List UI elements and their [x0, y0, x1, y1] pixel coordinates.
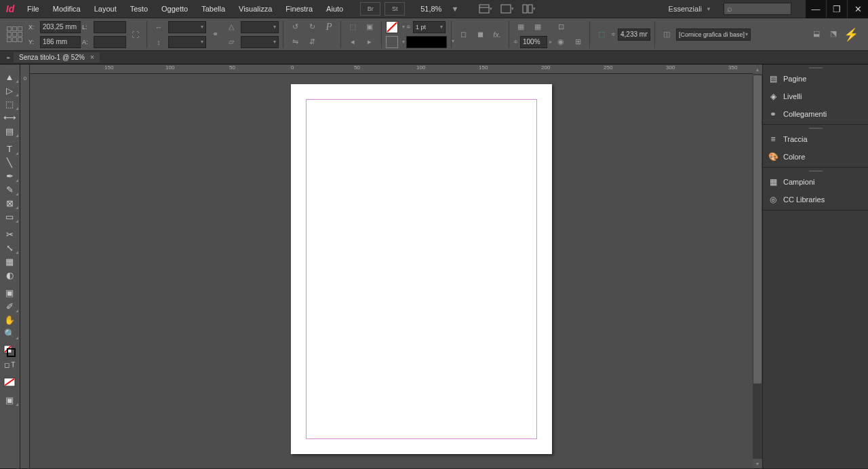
menu-tabella[interactable]: Tabella: [195, 0, 232, 18]
view-options-icon[interactable]: ▾: [477, 2, 494, 16]
container-fill-icon[interactable]: [386, 36, 398, 48]
direct-selection-tool[interactable]: ▷: [0, 83, 19, 97]
link-scale-icon[interactable]: ⚭: [208, 28, 222, 41]
center-content-icon[interactable]: ⊞: [570, 35, 585, 49]
gpu-icon[interactable]: ⚡: [844, 27, 859, 42]
document-tab-close-icon[interactable]: ×: [90, 54, 94, 61]
select-container-icon[interactable]: ⬚: [345, 20, 360, 34]
corner-options-icon[interactable]: ◻: [456, 28, 471, 41]
formatting-affects-icon[interactable]: ◻ T: [0, 358, 19, 371]
arrange-icon[interactable]: ▾: [521, 2, 537, 16]
rotate-select[interactable]: [241, 21, 279, 33]
shear-select[interactable]: [241, 36, 279, 48]
menu-testo[interactable]: Testo: [123, 0, 155, 18]
text-wrap-none-icon[interactable]: ▦: [513, 20, 528, 34]
zoom-display[interactable]: 51,8%: [415, 5, 447, 13]
panel-campioni[interactable]: ▦Campioni: [763, 173, 868, 191]
rotate-ccw-icon[interactable]: ↺: [288, 20, 302, 34]
align-icon[interactable]: ⬓: [809, 27, 824, 41]
panel-colore[interactable]: 🎨Colore: [763, 148, 868, 166]
opacity-input[interactable]: [520, 36, 547, 48]
select-prev-icon[interactable]: ◂: [345, 35, 360, 49]
menu-finestra[interactable]: Finestra: [279, 0, 319, 18]
flip-h-icon[interactable]: ⇋: [288, 35, 302, 49]
rectangle-tool[interactable]: ▭: [0, 210, 19, 223]
document-tab[interactable]: Senza titolo-1 @ 52% ×: [14, 52, 100, 62]
hand-tool[interactable]: ✋: [0, 313, 19, 326]
x-input[interactable]: [40, 21, 81, 33]
search-input[interactable]: [724, 3, 791, 15]
panel-livelli[interactable]: ◈Livelli: [763, 88, 868, 105]
constrain-icon[interactable]: ⛶: [127, 28, 142, 41]
liquid-layout-icon[interactable]: ⬚: [594, 28, 609, 41]
stroke-style-select[interactable]: [406, 36, 447, 48]
flip-v-icon[interactable]: ⇵: [304, 35, 319, 49]
panel-cc-libraries[interactable]: ◎CC Libraries: [763, 191, 868, 208]
horizontal-ruler[interactable]: 150 100 50 0 50 100 150 200 250 300 350: [30, 64, 753, 74]
gradient-feather-tool[interactable]: ◐: [0, 268, 19, 282]
view-mode-icon[interactable]: ▣: [0, 393, 19, 407]
workspace-selector[interactable]: Essenziali▼: [663, 5, 717, 13]
panel-traccia[interactable]: ≡Traccia: [763, 130, 868, 148]
effects-fx-icon[interactable]: fx.: [490, 28, 505, 41]
drop-shadow-icon[interactable]: ◼: [473, 28, 488, 41]
pen-tool[interactable]: ✒: [0, 169, 19, 183]
menu-aiuto[interactable]: Aiuto: [319, 0, 350, 18]
vertical-scrollbar[interactable]: ▴ ▾: [753, 64, 762, 468]
menu-file[interactable]: File: [20, 0, 46, 18]
page-tool[interactable]: ⬚: [0, 97, 19, 111]
fit-content-icon[interactable]: ◉: [553, 35, 568, 49]
panel-collegamenti[interactable]: ⚭Collegamenti: [763, 105, 868, 123]
minimize-button[interactable]: —: [806, 0, 826, 18]
scroll-down-icon[interactable]: ▾: [753, 459, 762, 468]
screen-mode-icon[interactable]: ▾: [499, 2, 515, 16]
gap-tool[interactable]: ⟷: [0, 111, 19, 124]
y-input[interactable]: [40, 36, 81, 48]
stroke-weight-select[interactable]: 1 pt: [413, 21, 446, 33]
note-tool[interactable]: ▣: [0, 286, 19, 299]
maximize-button[interactable]: ❐: [827, 0, 847, 18]
menu-modifica[interactable]: Modifica: [46, 0, 87, 18]
vertical-ruler[interactable]: 0: [20, 64, 30, 468]
line-tool[interactable]: ╲: [0, 155, 19, 169]
panel-pagine[interactable]: ▤Pagine: [763, 70, 868, 88]
scroll-up-icon[interactable]: ▴: [753, 64, 762, 74]
menu-visualizza[interactable]: Visualizza: [232, 0, 279, 18]
zoom-dropdown-icon[interactable]: ▼: [447, 5, 462, 13]
fill-swatch[interactable]: [386, 21, 398, 33]
type-tool[interactable]: T: [0, 142, 19, 155]
zoom-tool[interactable]: 🔍: [0, 326, 19, 340]
menu-layout[interactable]: Layout: [87, 0, 123, 18]
object-style-select[interactable]: [Cornice grafica di base]: [676, 29, 751, 41]
content-collector-tool[interactable]: ▤: [0, 124, 19, 138]
close-button[interactable]: ✕: [848, 0, 868, 18]
clear-transform-icon[interactable]: P: [321, 20, 336, 34]
scissors-tool[interactable]: ✂: [0, 227, 19, 241]
distribute-icon[interactable]: ⬔: [826, 27, 841, 41]
bridge-button[interactable]: Br: [360, 2, 380, 16]
free-transform-tool[interactable]: ⤡: [0, 241, 19, 255]
scale-y-select[interactable]: [168, 36, 206, 48]
select-next-icon[interactable]: ▸: [362, 35, 377, 49]
fit-frame-icon[interactable]: ⊡: [553, 20, 568, 34]
height-input[interactable]: [94, 36, 126, 48]
apply-color-icon[interactable]: [0, 375, 19, 389]
reference-point-icon[interactable]: [7, 26, 23, 43]
scale-x-select[interactable]: [168, 21, 206, 33]
select-content-icon[interactable]: ▣: [362, 20, 377, 34]
canvas-viewport[interactable]: [30, 74, 753, 468]
document-page[interactable]: [291, 84, 552, 454]
selection-tool[interactable]: ▲: [0, 70, 19, 83]
pencil-tool[interactable]: ✎: [0, 183, 19, 196]
stock-button[interactable]: St: [384, 2, 405, 16]
menu-oggetto[interactable]: Oggetto: [155, 0, 195, 18]
fill-stroke-toggle[interactable]: [0, 344, 19, 358]
rectangle-frame-tool[interactable]: ⊠: [0, 196, 19, 210]
vscroll-thumb[interactable]: [753, 75, 762, 383]
width-input[interactable]: [94, 21, 126, 33]
text-wrap-bbox-icon[interactable]: ▦: [530, 20, 545, 34]
eyedropper-tool[interactable]: ✐: [0, 299, 19, 313]
gradient-swatch-tool[interactable]: ▦: [0, 255, 19, 268]
corner-size-input[interactable]: [618, 29, 650, 41]
rotate-cw-icon[interactable]: ↻: [304, 20, 319, 34]
